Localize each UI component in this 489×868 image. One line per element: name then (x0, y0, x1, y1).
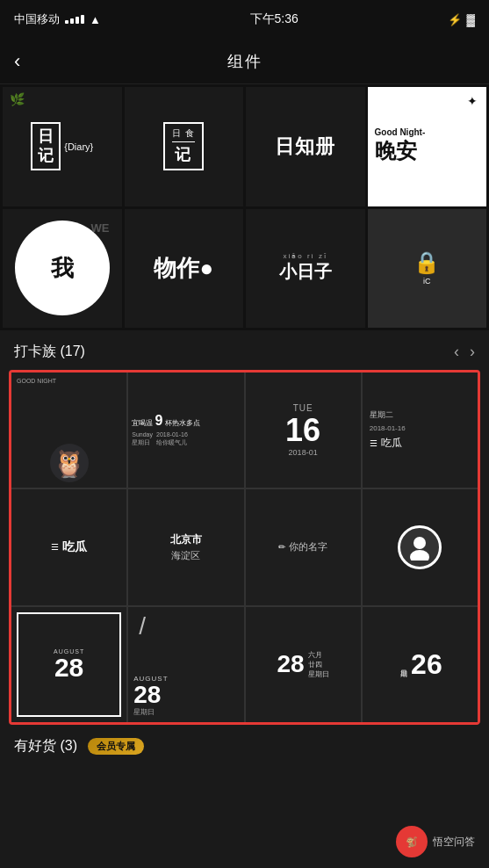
watermark-label: 悟空问答 (433, 835, 475, 850)
aug3-month: 六月 (308, 650, 329, 660)
aug3-day: 28 (277, 650, 305, 678)
widget-owl[interactable]: GOOD NIGHT 🦉 (11, 373, 126, 488)
daily-text: 日知册 (275, 134, 335, 160)
watermark-icon-text: 🐒 (406, 836, 418, 848)
aug2-slash: / (139, 612, 146, 640)
prev-arrow[interactable]: ‹ (454, 343, 459, 361)
beijing-main: 北京市 (170, 532, 202, 547)
widget-solar[interactable]: 日 食 记 (125, 87, 244, 206)
widget-avatar[interactable] (363, 489, 478, 604)
we-circle: 我 WE (15, 221, 110, 315)
carrier: 中国移动 (14, 11, 60, 27)
clock-widget-grid: GOOD NIGHT 🦉 宜喝温 9 杯热水多点 Sunday 星期日 (11, 373, 478, 722)
widget-we[interactable]: 我 WE (3, 209, 122, 329)
next-arrow[interactable]: › (470, 343, 475, 361)
section-dakazu-nav: ‹ › (454, 343, 475, 361)
section-dakazu-title: 打卡族 (17) (14, 343, 85, 361)
goodnight-zh: 晚安 (375, 137, 417, 165)
we-char: 我 (51, 253, 74, 284)
owl-top-text: GOOD NIGHT (17, 378, 56, 384)
widget-wuzuo[interactable]: 物作● (125, 209, 244, 329)
tue-month: 2018-01 (289, 448, 318, 457)
battery-icon: ⚡ (448, 13, 462, 26)
weekday-chigua-row: ☰ 吃瓜 (370, 436, 402, 451)
wifi-icon: ▲ (90, 13, 101, 26)
widget-aug2[interactable]: / AUGUST 28 星期日 (128, 607, 243, 722)
aug3-weekLabel: 星期日 (308, 669, 329, 679)
widget-goodnight[interactable]: ✦ Good Night- 晚安 (368, 87, 487, 206)
leaf-icon: 🌿 (10, 92, 25, 106)
top-widget-grid: 🌿 日 记 {Diary} 日 食 记 日知册 ✦ (0, 84, 489, 330)
battery-level: ▓ (467, 13, 475, 26)
watermark: 🐒 悟空问答 (396, 826, 475, 857)
widget-aug3[interactable]: 28 六月 廿四 星期日 (246, 607, 361, 722)
diary-right: {Diary} (64, 141, 93, 152)
status-right: ⚡ ▓ (448, 13, 475, 26)
solar-border: 日 食 记 (163, 122, 204, 170)
status-left: 中国移动 ▲ (14, 11, 101, 27)
widget-daily[interactable]: 日知册 (246, 87, 365, 206)
signal-bars (65, 15, 84, 24)
page-title: 组件 (227, 51, 262, 72)
star-icon: ✦ (467, 94, 478, 108)
widget-weekday2[interactable]: 星期二 2018-01-16 ☰ 吃瓜 (363, 373, 478, 488)
owl-image: 🦉 (50, 444, 89, 482)
solar-bottom: 记 (175, 144, 192, 165)
goods-title: 有好货 (3) (14, 737, 77, 756)
we-en: WE (91, 221, 110, 235)
diary-main: 日 记 {Diary} (31, 122, 93, 170)
svg-point-0 (413, 537, 426, 549)
svg-point-1 (410, 550, 429, 561)
widget-calendar-detail[interactable]: 宜喝温 9 杯热水多点 Sunday 星期日 2018-01-16 给你暖气儿 (128, 373, 243, 488)
status-bar: 中国移动 ▲ 下午5:36 ⚡ ▓ (0, 0, 489, 39)
main-content: 🌿 日 记 {Diary} 日 食 记 日知册 ✦ (0, 84, 489, 868)
widget-beijing[interactable]: 北京市 海淀区 (128, 489, 243, 604)
lock-icon: 🔒 (413, 250, 440, 275)
aug2-day: 28 (133, 683, 161, 707)
aug4-day: 26 (411, 648, 442, 681)
widget-chigua[interactable]: ☰ 吃瓜 (11, 489, 126, 604)
xiaorizi-pinyin: xiǎo rì zǐ (283, 252, 327, 260)
wuzuo-text: 物作● (154, 253, 213, 284)
solar-top: 日 食 (172, 127, 195, 142)
diary-en: {Diary} (64, 141, 93, 152)
owl-icon: 🦉 (53, 448, 85, 479)
diary-left: 日 记 (31, 122, 61, 170)
widget-lock[interactable]: 🔒 iC (368, 209, 487, 329)
aug2-week: 星期日 (133, 707, 155, 717)
member-badge[interactable]: 会员专属 (88, 738, 144, 755)
back-button[interactable]: ‹ (14, 50, 20, 73)
section-goods: 有好货 (3) 会员专属 (0, 725, 489, 764)
widget-aug1[interactable]: AUGUST 28 (11, 607, 126, 722)
widget-aug4[interactable]: 星期日 26 (363, 607, 478, 722)
goodnight-en: Good Night- (375, 127, 426, 137)
avatar-circle (398, 525, 442, 569)
weekday-label: 星期二 (370, 409, 393, 421)
aug3-right: 六月 廿四 星期日 (308, 650, 329, 679)
lock-label: iC (423, 277, 431, 286)
name-text: 你的名字 (289, 540, 327, 553)
widget-diary[interactable]: 🌿 日 记 {Diary} (3, 87, 122, 206)
widget-tue16[interactable]: TUE 16 2018-01 (246, 373, 361, 488)
tue-number: 16 (285, 415, 320, 446)
weekday-date: 2018-01-16 (370, 424, 406, 432)
weekday-icon: ☰ (370, 438, 378, 448)
chigua-icon: ☰ (51, 542, 59, 552)
aug3-weekCN: 廿四 (308, 660, 329, 669)
highlighted-grid-wrapper: GOOD NIGHT 🦉 宜喝温 9 杯热水多点 Sunday 星期日 (9, 370, 480, 725)
avatar-silhouette (406, 534, 433, 561)
section-dakazu: 打卡族 (17) ‹ › (0, 330, 489, 370)
diary-char-ri: 日 (38, 127, 54, 147)
aug3-left: 28 (277, 650, 305, 678)
widget-yourname[interactable]: ✏ 你的名字 (246, 489, 361, 604)
xiaorizi-text: 小日子 (279, 260, 332, 284)
diary-char-ji: 记 (38, 147, 54, 166)
cal-top-text: 宜喝温 9 杯热水多点 (132, 413, 199, 429)
chigua-text: 吃瓜 (62, 539, 87, 555)
header: ‹ 组件 (0, 39, 489, 84)
aug1-border: AUGUST 28 (17, 612, 121, 717)
status-time: 下午5:36 (250, 11, 298, 27)
watermark-circle: 🐒 (396, 826, 428, 857)
widget-xiaorizi[interactable]: xiǎo rì zǐ 小日子 (246, 209, 365, 329)
weekday-chigua: 吃瓜 (381, 436, 402, 451)
